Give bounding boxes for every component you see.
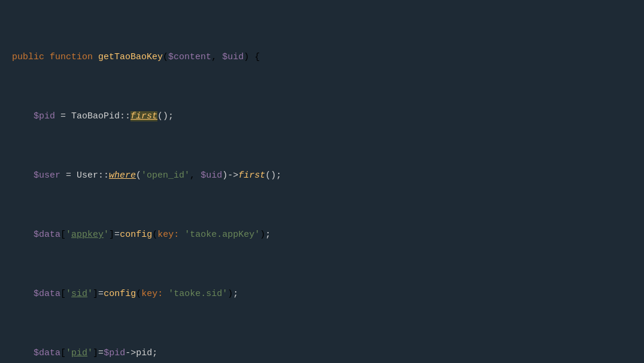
code-line-3: $user = User::where('open_id', $uid)->fi… (0, 169, 644, 184)
code-line-4: $data['appkey']=config(key: 'taoke.appKe… (0, 228, 644, 243)
code-line-2: $pid = TaoBaoPid::first(); (0, 109, 644, 124)
code-line-1: public function getTaoBaoKey($content, $… (0, 50, 644, 65)
code-line-6: $data['pid']=$pid->pid; (0, 346, 644, 361)
code-editor: public function getTaoBaoKey($content, $… (0, 0, 644, 363)
code-line-5: $data['sid']=config(key: 'taoke.sid'); (0, 287, 644, 302)
